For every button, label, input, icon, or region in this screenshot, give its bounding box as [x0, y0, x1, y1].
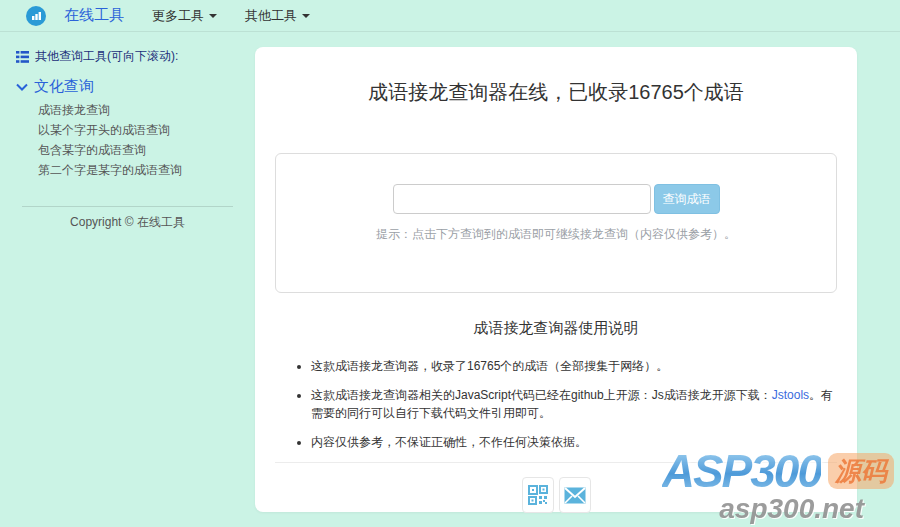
- sidebar-item-idiom-chain-query[interactable]: 成语接龙查询: [38, 100, 239, 120]
- instructions-list: 这款成语接龙查询器，收录了16765个的成语（全部搜集于网络）。 这款成语接龙查…: [275, 357, 837, 451]
- sidebar-category-label: 文化查询: [34, 77, 94, 96]
- sidebar-item-contains-char-query[interactable]: 包含某字的成语查询: [38, 140, 239, 160]
- nav-more-tools[interactable]: 更多工具: [152, 7, 217, 25]
- bar-chart-icon: [31, 10, 42, 21]
- sidebar-category-culture[interactable]: 文化查询: [16, 77, 239, 96]
- jstools-link[interactable]: Jstools: [772, 388, 809, 402]
- nav-other-tools-label: 其他工具: [245, 7, 297, 25]
- page-body: 其他查询工具(可向下滚动): 文化查询 成语接龙查询 以某个字开头的成语查询 包…: [0, 32, 900, 526]
- search-panel: 查询成语 提示：点击下方查询到的成语即可继续接龙查询（内容仅供参考）。: [275, 153, 837, 293]
- footer-divider: [275, 462, 837, 463]
- search-row: 查询成语: [276, 184, 836, 214]
- sidebar-item-starts-with-query[interactable]: 以某个字开头的成语查询: [38, 120, 239, 140]
- brand-link[interactable]: 在线工具: [64, 6, 124, 25]
- email-button[interactable]: [559, 477, 591, 513]
- instruction-text: 内容仅供参考，不保证正确性，不作任何决策依据。: [311, 435, 587, 449]
- footer-icons: [275, 477, 837, 513]
- nav-other-tools[interactable]: 其他工具: [245, 7, 310, 25]
- logo-link[interactable]: [26, 6, 46, 26]
- instructions-title: 成语接龙查询器使用说明: [275, 319, 837, 338]
- instruction-item: 这款成语接龙查询器相关的JavaScript代码已经在github上开源：Js成…: [311, 386, 837, 422]
- instruction-item: 这款成语接龙查询器，收录了16765个的成语（全部搜集于网络）。: [311, 357, 837, 375]
- sidebar-divider: [22, 206, 233, 207]
- top-navbar: 在线工具 更多工具 其他工具: [0, 0, 900, 32]
- copyright-text: Copyright © 在线工具: [16, 214, 239, 231]
- main-card: 成语接龙查询器在线，已收录16765个成语 查询成语 提示：点击下方查询到的成语…: [255, 47, 857, 512]
- caret-down-icon: [209, 14, 217, 18]
- page-title: 成语接龙查询器在线，已收录16765个成语: [275, 79, 837, 106]
- qr-code-button[interactable]: [522, 477, 554, 513]
- sidebar: 其他查询工具(可向下滚动): 文化查询 成语接龙查询 以某个字开头的成语查询 包…: [0, 32, 255, 526]
- instruction-item: 内容仅供参考，不保证正确性，不作任何决策依据。: [311, 433, 837, 451]
- idiom-search-input[interactable]: [393, 184, 651, 214]
- list-icon: [16, 51, 29, 63]
- qr-code-icon: [528, 485, 548, 505]
- nav-more-tools-label: 更多工具: [152, 7, 204, 25]
- instruction-text: 这款成语接龙查询器，收录了16765个的成语（全部搜集于网络）。: [311, 359, 668, 373]
- sidebar-item-second-char-query[interactable]: 第二个字是某字的成语查询: [38, 160, 239, 180]
- search-hint: 提示：点击下方查询到的成语即可继续接龙查询（内容仅供参考）。: [276, 226, 836, 243]
- sidebar-header-label: 其他查询工具(可向下滚动):: [35, 48, 178, 65]
- chevron-down-icon: [16, 83, 28, 91]
- envelope-icon: [564, 487, 586, 504]
- search-idiom-button[interactable]: 查询成语: [654, 184, 720, 214]
- instruction-text: 这款成语接龙查询器相关的JavaScript代码已经在github上开源：Js成…: [311, 388, 772, 402]
- sidebar-header: 其他查询工具(可向下滚动):: [16, 48, 239, 65]
- caret-down-icon: [302, 14, 310, 18]
